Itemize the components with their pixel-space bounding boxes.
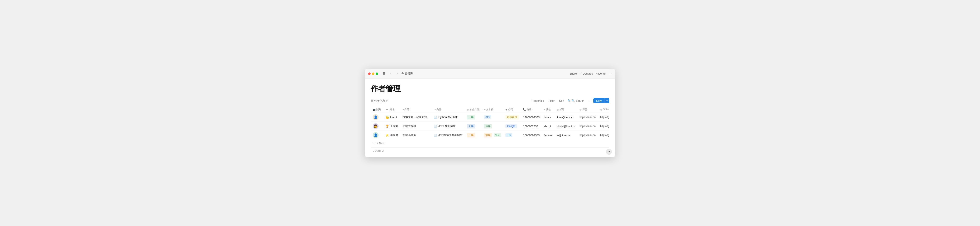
cell-github-3[interactable]: https://github.com/linmi [598,131,609,140]
cell-company-1: 柚木科技 [503,113,521,122]
nav-forward-button[interactable]: → [395,72,399,76]
avatar-1: 👤 [373,114,379,120]
updates-button[interactable]: ✓ Updates [580,72,593,75]
cell-stack-2: 后端 [482,122,504,131]
avatar-2: 🧑 [373,123,379,129]
cell-years-3: 三年 [465,131,482,140]
col-company[interactable]: ◉公司 [503,106,521,113]
cell-company-3: TG [503,131,521,140]
cell-blog-1[interactable]: https://linmi.cc/ [578,113,598,122]
col-name[interactable]: AA 姓名 [383,106,401,113]
cell-content-1: 📄 Python 核心解析 [432,113,465,122]
cell-wechat-1: linmiv [542,113,555,122]
cell-photo-1: 👤 [371,113,383,122]
cell-name-1: 👑 Linmi [383,113,401,122]
cell-wechat-2: zhizhi [542,122,555,131]
table-header: 📷照片 AA 姓名 ≡介绍 ↗内容 ◎从业年限 ≡技术栈 ◉公司 📞电话 ≡微信… [371,106,609,113]
more-options-button[interactable]: ··· [609,72,612,76]
col-github[interactable]: ◎Github [598,106,609,113]
name-icon-1: 👑 [385,116,389,119]
table-body: 👤 👑 Linmi 探索未知，记录新知。 📄 [371,113,609,140]
name-icon-3: ⭐ [385,134,389,137]
add-row-icon: ＋ [373,141,375,145]
col-wechat[interactable]: ≡微信 [542,106,555,113]
table-row: 🧑 🏆 王志知 后端大灰狼 📄 [371,122,609,131]
count-bar: COUNT 3 [371,148,609,154]
new-dropdown-button[interactable]: ▾ [605,99,609,103]
count-value: 3 [382,150,384,152]
data-table-wrapper: 📷照片 AA 姓名 ≡介绍 ↗内容 ◎从业年限 ≡技术栈 ◉公司 📞电话 ≡微信… [371,106,609,154]
table-row: 👤 👑 Linmi 探索未知，记录新知。 📄 [371,113,609,122]
minimize-button[interactable] [372,72,374,75]
avatar-3: 👤 [373,132,379,138]
page-title: 作者管理 [371,84,609,94]
cell-stack-1: iOS [482,113,504,122]
new-main-button[interactable]: New [593,98,605,103]
cell-photo-3: 👤 [371,131,383,140]
search-icon: 🔍 [568,99,571,102]
nav-back-button[interactable]: ← [388,72,394,76]
table-row: 👤 ⭐ 李夏晔 前端小萌新 📄 [371,131,609,140]
help-button[interactable]: ? [606,149,612,155]
col-photo[interactable]: 📷照片 [371,106,383,113]
cell-phone-2: 1600002333 [521,122,542,131]
col-phone[interactable]: 📞电话 [521,106,542,113]
titlebar: ☰ ← → 作者管理 Share ✓ Updates Favorite ··· [365,69,615,79]
cell-blog-3[interactable]: https://linmi.cc/ [578,131,598,140]
cell-intro-2: 后端大灰狼 [401,122,432,131]
cell-content-3: 📄 JavaScript 核心解析 [432,131,465,140]
cell-company-2: Google [503,122,521,131]
cell-years-1: 一年 [465,113,482,122]
cell-photo-2: 🧑 [371,122,383,131]
toolbar-actions: Properties Filter Sort 🔍 🔍 Search ··· Ne… [530,98,609,103]
cell-content-2: 📄 Java 核心解析 [432,122,465,131]
toolbar-more-button[interactable]: ··· [586,99,591,103]
favorite-button[interactable]: Favorite [596,72,606,75]
cell-email-1: linmi@linmi.cc [555,113,578,122]
cell-stack-3: 前端 Vue [482,131,504,140]
view-selector[interactable]: 田 作者信息 ∨ [371,99,388,103]
count-label: COUNT [373,150,382,152]
cell-github-1[interactable]: https://github.com/linmi [598,113,609,122]
add-row-button[interactable]: ＋ + New [371,140,609,146]
cell-years-2: 五年 [465,122,482,131]
cell-github-2[interactable]: https://github.com/linmi [598,122,609,131]
col-years[interactable]: ◎从业年限 [465,106,482,113]
doc-icon-3: 📄 [434,134,437,137]
doc-icon-1: 📄 [434,116,437,119]
col-content[interactable]: ↗内容 [432,106,465,113]
doc-icon-2: 📄 [434,125,437,127]
fullscreen-button[interactable] [375,72,378,75]
cell-email-2: zhizhi@linmi.cc [555,122,578,131]
hamburger-button[interactable]: ☰ [382,71,387,76]
filter-button[interactable]: Filter [547,99,556,103]
traffic-lights [368,72,378,75]
properties-button[interactable]: Properties [530,99,545,103]
cell-phone-1: 17600002333 [521,113,542,122]
cell-name-2: 🏆 王志知 [383,122,401,131]
col-blog[interactable]: ◎博客 [578,106,598,113]
new-button-group: New ▾ [593,98,609,103]
cell-blog-2[interactable]: https://linmi.cc/ [578,122,598,131]
search-button[interactable]: 🔍 🔍 Search [568,99,584,102]
data-table: 📷照片 AA 姓名 ≡介绍 ↗内容 ◎从业年限 ≡技术栈 ◉公司 📞电话 ≡微信… [371,106,609,140]
main-content: 作者管理 田 作者信息 ∨ Properties Filter Sort 🔍 🔍… [365,79,615,157]
col-email[interactable]: @邮箱 [555,106,578,113]
cell-email-3: fe@linmi.cc [555,131,578,140]
cell-phone-3: 15600002333 [521,131,542,140]
titlebar-right: Share ✓ Updates Favorite ··· [570,72,612,76]
sort-button[interactable]: Sort [558,99,565,103]
cell-wechat-3: fexiaye [542,131,555,140]
toolbar: 田 作者信息 ∨ Properties Filter Sort 🔍 🔍 Sear… [371,98,609,103]
cell-name-3: ⭐ 李夏晔 [383,131,401,140]
close-button[interactable] [368,72,371,75]
nav-controls: ← → [388,72,399,76]
cell-intro-3: 前端小萌新 [401,131,432,140]
window-title: 作者管理 [401,72,413,76]
name-icon-2: 🏆 [385,124,389,128]
col-intro[interactable]: ≡介绍 [401,106,432,113]
share-button[interactable]: Share [570,72,577,75]
col-stack[interactable]: ≡技术栈 [482,106,504,113]
cell-intro-1: 探索未知，记录新知。 [401,113,432,122]
